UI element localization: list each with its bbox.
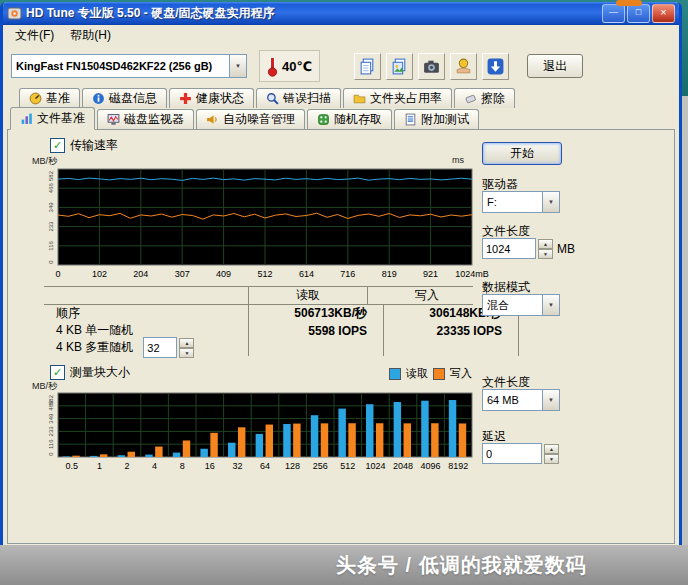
chevron-down-icon[interactable]: ▼ [542, 295, 559, 315]
titlebar: HD Tune 专业版 5.50 - 硬盘/固态硬盘实用程序 — □ × [3, 2, 679, 25]
screenshot-button[interactable] [418, 53, 445, 80]
toolbar-buttons [354, 53, 509, 80]
tab-row-1: 基准 磁盘信息 健康状态 错误扫描 文件夹占用率 擦除 [3, 87, 679, 108]
results-table: 读取 写入 顺序 506713KB/秒 306148KB/秒 4 KB 单一随机… [44, 286, 473, 356]
thermometer-icon [267, 55, 278, 77]
disk-monitor-icon [107, 113, 120, 126]
write-legend-swatch [433, 368, 445, 380]
speaker-icon [206, 113, 219, 126]
start-button[interactable]: 开始 [482, 142, 562, 165]
table-row: 4 KB 单一随机 5598 IOPS 23335 IOPS [44, 322, 473, 339]
svg-text:233: 233 [48, 221, 54, 232]
transfer-rate-checkbox[interactable]: ✓ 传输速率 [50, 137, 118, 154]
health-cross-icon [179, 92, 192, 105]
download-arrow-icon [486, 57, 505, 76]
tab-folder-usage[interactable]: 文件夹占用率 [343, 88, 452, 108]
copy-text-button[interactable] [354, 53, 381, 80]
app-window: HD Tune 专业版 5.50 - 硬盘/固态硬盘实用程序 — □ × 文件(… [0, 2, 682, 551]
svg-text:116: 116 [48, 439, 54, 449]
svg-text:582: 582 [48, 394, 54, 405]
tab-health[interactable]: 健康状态 [169, 88, 254, 108]
tab-row-2: 文件基准 磁盘监视器 自动噪音管理 随机存取 附加测试 [3, 108, 679, 129]
minimize-button[interactable]: — [602, 4, 625, 23]
menubar: 文件(F) 帮助(H) [3, 25, 679, 45]
tab-benchmark[interactable]: 基准 [19, 88, 80, 108]
block-size-chart-xticks: 0.512481632641282565121024204840968192 [46, 461, 476, 473]
svg-text:349: 349 [48, 413, 54, 424]
right-axis-unit-label: ms [452, 155, 464, 165]
chevron-down-icon[interactable]: ▼ [229, 55, 246, 77]
menu-file[interactable]: 文件(F) [7, 25, 62, 46]
chevron-down-icon[interactable]: ▼ [542, 192, 559, 212]
temperature-indicator: 40℃ [259, 50, 320, 82]
update-download-button[interactable] [482, 53, 509, 80]
camera-icon [422, 57, 441, 76]
tab-disk-monitor[interactable]: 磁盘监视器 [97, 109, 194, 129]
exit-button[interactable]: 退出 [527, 54, 583, 78]
transfer-rate-chart-xticks: 01022043074095126147168199211024mB [46, 269, 476, 281]
magnifier-icon [266, 92, 279, 105]
eraser-icon [464, 92, 477, 105]
svg-text:466: 466 [48, 182, 54, 193]
svg-text:233: 233 [48, 426, 54, 437]
queue-depth-input[interactable] [143, 337, 177, 358]
tab-extra-tests[interactable]: 附加测试 [394, 109, 479, 129]
svg-text:582: 582 [48, 170, 54, 181]
write-column-header: 写入 [367, 287, 487, 304]
toolbar: KingFast FN1504SD462KF22 (256 gB) ▼ 40℃ [3, 45, 679, 87]
data-mode-dropdown[interactable]: 混合 ▼ [482, 294, 560, 316]
spinner-up-icon[interactable]: ▲ [538, 239, 553, 249]
svg-text:0: 0 [48, 260, 54, 264]
drive-select[interactable]: KingFast FN1504SD462KF22 (256 gB) ▼ [11, 54, 247, 78]
desktop-icon-fragment [616, 0, 642, 6]
file-length-spinner[interactable]: ▲ ▼ MB [482, 238, 575, 259]
dice-icon [317, 113, 330, 126]
spinner-down-icon[interactable]: ▼ [538, 249, 553, 259]
y-axis-unit-label: MB/秒 [32, 155, 57, 168]
table-row: 4 KB 多重随机 ▲ ▼ [44, 339, 473, 356]
tab-aam[interactable]: 自动噪音管理 [196, 109, 305, 129]
tab-random-access[interactable]: 随机存取 [307, 109, 392, 129]
menu-help[interactable]: 帮助(H) [62, 25, 119, 46]
check-icon: ✓ [50, 365, 65, 380]
write-legend-label: 写入 [450, 366, 472, 381]
copy-pages-icon [358, 57, 377, 76]
block-size-checkbox[interactable]: ✓ 测量块大小 [50, 364, 130, 381]
spinner-up-icon[interactable]: ▲ [179, 338, 194, 348]
donate-button[interactable] [450, 53, 477, 80]
read-legend-swatch [389, 368, 401, 380]
window-title: HD Tune 专业版 5.50 - 硬盘/固态硬盘实用程序 [26, 5, 598, 22]
queue-depth-spinner[interactable]: ▲ ▼ [143, 337, 194, 358]
copy-image-icon [390, 57, 409, 76]
hand-coin-icon [454, 57, 473, 76]
block-file-length-dropdown[interactable]: 64 MB ▼ [482, 389, 560, 411]
app-icon [7, 6, 22, 21]
tab-erase[interactable]: 擦除 [454, 88, 515, 108]
tab-error-scan[interactable]: 错误扫描 [256, 88, 341, 108]
file-length-input[interactable] [482, 238, 536, 259]
read-column-header: 读取 [248, 287, 367, 304]
table-row: 顺序 506713KB/秒 306148KB/秒 [44, 305, 473, 322]
spinner-down-icon[interactable]: ▼ [544, 454, 559, 464]
tab-disk-info[interactable]: 磁盘信息 [82, 88, 167, 108]
svg-text:0: 0 [48, 452, 54, 456]
temperature-value: 40℃ [282, 59, 312, 74]
tab-file-benchmark[interactable]: 文件基准 [10, 107, 95, 130]
file-benchmark-icon [20, 112, 33, 125]
chevron-down-icon[interactable]: ▼ [542, 390, 559, 410]
table-header-row: 读取 写入 [44, 287, 473, 305]
drive-select-value: KingFast FN1504SD462KF22 (256 gB) [12, 55, 229, 77]
spinner-up-icon[interactable]: ▲ [544, 444, 559, 454]
svg-text:116: 116 [48, 240, 54, 250]
read-legend-label: 读取 [406, 366, 428, 381]
copy-image-button[interactable] [386, 53, 413, 80]
check-icon: ✓ [50, 138, 65, 153]
delay-spinner[interactable]: ▲ ▼ [482, 443, 559, 464]
transfer-rate-chart: 0116233349466582 [46, 168, 476, 266]
chart-legend: 读取 写入 [308, 366, 472, 381]
spinner-down-icon[interactable]: ▼ [179, 348, 194, 358]
drive-dropdown[interactable]: F: ▼ [482, 191, 560, 213]
close-button[interactable]: × [652, 4, 675, 23]
maximize-button[interactable]: □ [627, 4, 650, 23]
delay-input[interactable] [482, 443, 542, 464]
